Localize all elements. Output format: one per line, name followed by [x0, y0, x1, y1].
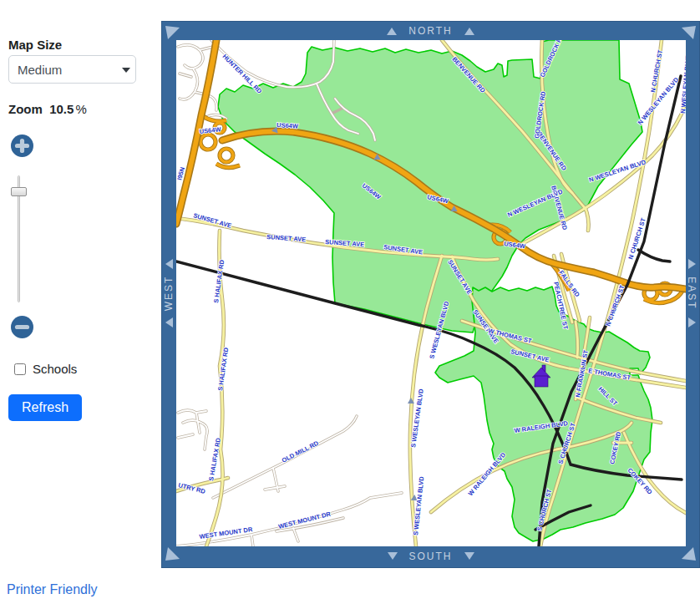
- pan-northeast-arrow-icon[interactable]: [681, 23, 697, 40]
- road-label: OLD MILL RD: [281, 439, 321, 464]
- zoom-in-button[interactable]: [11, 135, 33, 157]
- zoom-readout: Zoom 10.5%: [8, 102, 87, 116]
- map-size-label: Map Size: [8, 38, 62, 52]
- road-label: N CHURCH ST: [649, 48, 664, 93]
- refresh-button[interactable]: Refresh: [8, 394, 82, 421]
- pan-southwest-arrow-icon[interactable]: [164, 546, 180, 563]
- map-application-page: Map Size Medium Zoom 10.5% Schools Refre…: [0, 0, 700, 604]
- map-size-select[interactable]: Medium: [8, 55, 136, 84]
- map-image: HUNTER HILL RDI95NUS64WUS64WUS64WUS64WUS…: [176, 40, 686, 546]
- pan-east-arrow-icon[interactable]: [688, 317, 696, 327]
- compass-west-label: WEST: [164, 276, 175, 312]
- pan-east-arrow-icon[interactable]: [688, 259, 696, 269]
- minus-icon: [11, 316, 33, 338]
- map-canvas[interactable]: HUNTER HILL RDI95NUS64WUS64WUS64WUS64WUS…: [176, 40, 686, 546]
- pan-north-bar[interactable]: NORTH: [162, 22, 699, 40]
- pan-southeast-arrow-icon[interactable]: [681, 546, 697, 563]
- schools-row: Schools: [14, 362, 77, 376]
- road-label: US64W: [276, 121, 299, 130]
- zoom-slider-thumb[interactable]: [11, 187, 27, 196]
- pan-south-bar[interactable]: SOUTH: [162, 545, 699, 567]
- plus-icon: [11, 135, 33, 157]
- schools-checkbox[interactable]: [14, 363, 26, 375]
- pan-east-bar[interactable]: EAST: [684, 40, 699, 546]
- zoom-value: 10.5: [49, 102, 74, 116]
- compass-east-label: EAST: [686, 277, 697, 309]
- zoom-label: Zoom: [8, 102, 43, 116]
- pan-west-bar[interactable]: WEST: [162, 40, 176, 546]
- pan-west-arrow-icon[interactable]: [165, 317, 173, 327]
- printer-friendly-link[interactable]: Printer Friendly: [7, 582, 97, 597]
- compass-south-label: SOUTH: [409, 551, 453, 562]
- zoom-out-button[interactable]: [11, 316, 33, 338]
- road-label: SUNSET AVE: [266, 233, 307, 243]
- pan-west-arrow-icon[interactable]: [165, 259, 173, 269]
- pan-south-arrow-icon[interactable]: [388, 552, 398, 560]
- compass-north-label: NORTH: [408, 25, 452, 37]
- pan-south-arrow-icon[interactable]: [464, 552, 474, 560]
- pan-north-arrow-icon[interactable]: [464, 28, 474, 35]
- zoom-unit: %: [75, 102, 86, 116]
- map-frame: NORTH SOUTH WEST EAST: [161, 21, 700, 568]
- pan-north-arrow-icon[interactable]: [387, 28, 397, 35]
- schools-label: Schools: [33, 362, 77, 376]
- pan-northwest-arrow-icon[interactable]: [164, 23, 180, 40]
- road-label: W RALEIGH BLVD: [467, 450, 508, 497]
